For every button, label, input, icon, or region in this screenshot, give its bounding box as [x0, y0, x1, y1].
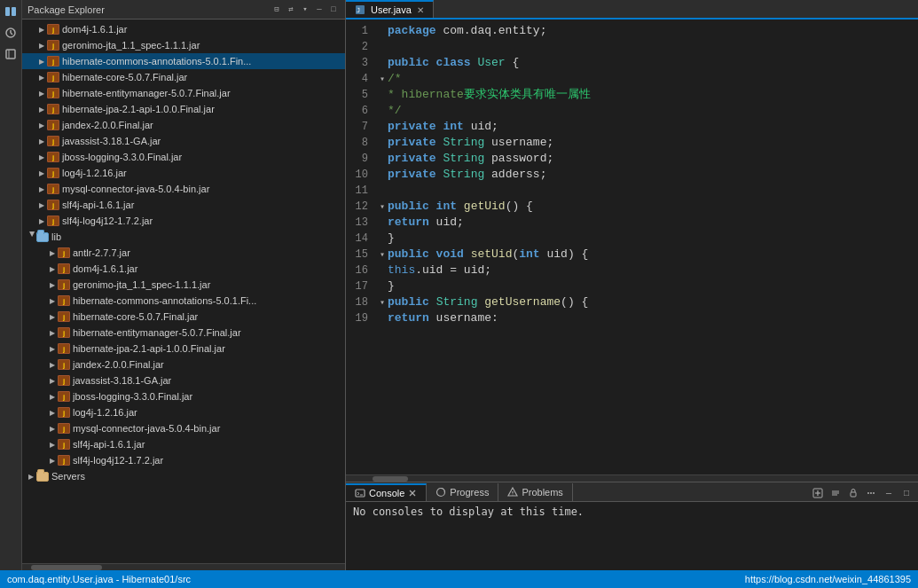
console-menu-btn[interactable] [863, 485, 879, 501]
tree-label: jboss-logging-3.3.0.Final.jar [73, 391, 192, 402]
code-line-12: 12 ▾ public int getUid() { [346, 199, 918, 215]
max-panel-btn[interactable]: □ [898, 485, 914, 501]
tree-label: Servers [51, 471, 85, 482]
code-line-19: 19 return username: [346, 310, 918, 326]
tree-item-hib-core[interactable]: ▶ hibernate-core-5.0.7.Final.jar [22, 69, 345, 85]
tab-problems[interactable]: Problems [498, 483, 572, 501]
tree-item-hib-jpa[interactable]: ▶ hibernate-jpa-2.1-api-1.0.0.Final.jar [22, 101, 345, 117]
code-line-7: 7 private int uid; [346, 119, 918, 135]
tree-item-hib-em2[interactable]: ▶ hibernate-entitymanager-5.0.7.Final.ja… [22, 325, 345, 341]
line-num-9: 9 [346, 153, 377, 165]
tree-item-antlr[interactable]: ▶ antlr-2.7.7.jar [22, 245, 345, 261]
panel-max-btn[interactable]: □ [327, 4, 340, 16]
svg-rect-0 [5, 7, 10, 16]
tree-label: javassist-3.18.1-GA.jar [73, 375, 171, 386]
tree-arrow: ▶ [36, 88, 47, 98]
tab-user-java[interactable]: J User.java ✕ [346, 0, 434, 18]
scroll-lock-btn[interactable] [845, 485, 861, 501]
tree-item-javassist2[interactable]: ▶ javassist-3.18.1-GA.jar [22, 372, 345, 388]
console-tab-close[interactable] [408, 489, 417, 498]
tree-item-log4j2[interactable]: ▶ log4j-1.2.16.jar [22, 404, 345, 420]
tree-label: log4j-1.2.16.jar [62, 168, 127, 178]
tree-arrow: ▶ [26, 231, 36, 242]
code-line-8: 8 private String username; [346, 135, 918, 151]
line-fold-15: ▾ [377, 249, 388, 260]
tree-item-lib[interactable]: ▶ lib [22, 229, 345, 245]
tree-item-javassist[interactable]: ▶ javassist-3.18.1-GA.jar [22, 133, 345, 149]
problems-tab-label: Problems [522, 487, 562, 498]
jar-icon [47, 167, 59, 179]
new-console-btn[interactable] [810, 485, 826, 501]
tree-label: jandex-2.0.0.Final.jar [62, 120, 153, 130]
console-icon [355, 488, 365, 498]
editor-area: J User.java ✕ 1 package com.daq.entity; [346, 0, 918, 570]
line-num-10: 10 [346, 169, 377, 181]
tree-item-hib-commons[interactable]: ▶ hibernate-commons-annotations-5.0.1.Fi… [22, 53, 345, 69]
tree-label: javassist-3.18.1-GA.jar [62, 136, 161, 146]
link-editor-btn[interactable]: ⇄ [285, 4, 297, 16]
tree-arrow: ▶ [36, 40, 47, 51]
panel-menu-btn[interactable]: ▾ [299, 4, 311, 16]
sidebar-icon-3[interactable] [3, 46, 19, 62]
code-line-16: 16 this.uid = uid; [346, 263, 918, 278]
collapse-all-btn[interactable]: ⊟ [271, 4, 283, 16]
bottom-tabs: Console Progress Problems [346, 482, 918, 502]
tree-arrow: ▶ [47, 407, 58, 418]
sidebar-icon-2[interactable] [3, 25, 19, 41]
tree-arrow: ▶ [36, 168, 47, 178]
line-content-5: * hibernate要求实体类具有唯一属性 [388, 87, 909, 103]
package-explorer: Package Explorer ⊟ ⇄ ▾ — □ ▶ dom4j-1.6.1… [22, 0, 346, 570]
jar-icon [58, 454, 70, 466]
tree-container[interactable]: ▶ dom4j-1.6.1.jar ▶ geronimo-jta_1.1_spe… [22, 20, 345, 563]
tree-item-slf4j-api[interactable]: ▶ slf4j-api-1.6.1.jar [22, 197, 345, 213]
tree-item-jboss2[interactable]: ▶ jboss-logging-3.3.0.Final.jar [22, 388, 345, 404]
tree-item-hib-em[interactable]: ▶ hibernate-entitymanager-5.0.7.Final.ja… [22, 85, 345, 101]
jar-icon [58, 374, 70, 387]
tab-console[interactable]: Console [346, 483, 427, 501]
line-content-7: private int uid; [388, 119, 909, 135]
tree-item-dom4j[interactable]: ▶ dom4j-1.6.1.jar [22, 21, 345, 37]
tree-label: mysql-connector-java-5.0.4-bin.jar [73, 423, 220, 434]
tree-item-geronimo2[interactable]: ▶ geronimo-jta_1.1_spec-1.1.1.jar [22, 277, 345, 293]
status-right: https://blog.csdn.net/weixin_44861395 [745, 574, 911, 584]
sidebar-icon-1[interactable] [3, 4, 19, 20]
line-content-17: } [388, 278, 909, 294]
svg-point-25 [873, 492, 875, 494]
tab-close-btn[interactable]: ✕ [417, 5, 424, 15]
tab-progress[interactable]: Progress [427, 483, 498, 501]
tree-item-slf4j-log4j2[interactable]: ▶ slf4j-log4j12-1.7.2.jar [22, 452, 345, 468]
tree-item-jandex[interactable]: ▶ jandex-2.0.0.Final.jar [22, 117, 345, 133]
jar-icon [47, 55, 59, 67]
tree-label: hibernate-commons-annotations-5.0.1.Fin.… [62, 56, 251, 67]
jar-icon [47, 183, 59, 195]
tree-item-mysql2[interactable]: ▶ mysql-connector-java-5.0.4-bin.jar [22, 420, 345, 436]
min-panel-btn[interactable]: — [881, 485, 897, 501]
tree-label: antlr-2.7.7.jar [73, 247, 130, 258]
tree-item-servers[interactable]: ▶ Servers [22, 468, 345, 484]
tree-arrow: ▶ [47, 279, 58, 290]
tree-item-dom4j2[interactable]: ▶ dom4j-1.6.1.jar [22, 261, 345, 277]
tree-item-hib-core2[interactable]: ▶ hibernate-core-5.0.7.Final.jar [22, 309, 345, 325]
code-editor[interactable]: 1 package com.daq.entity; 2 3 [346, 20, 918, 474]
clear-console-btn[interactable] [828, 485, 843, 501]
tree-item-slf4j-log4j[interactable]: ▶ slf4j-log4j12-1.7.2.jar [22, 213, 345, 229]
tree-item-hib-jpa2[interactable]: ▶ hibernate-jpa-2.1-api-1.0.0.Final.jar [22, 341, 345, 357]
tree-label: hibernate-jpa-2.1-api-1.0.0.Final.jar [62, 104, 215, 114]
line-content-1: package com.daq.entity; [388, 23, 909, 39]
line-num-6: 6 [346, 105, 377, 117]
tree-item-jboss[interactable]: ▶ jboss-logging-3.3.0.Final.jar [22, 149, 345, 165]
line-content-15: public void setUid(int uid) { [388, 247, 909, 263]
code-line-10: 10 private String adderss; [346, 167, 918, 183]
panel-min-btn[interactable]: — [313, 4, 326, 16]
tree-item-jandex2[interactable]: ▶ jandex-2.0.0.Final.jar [22, 357, 345, 372]
tree-item-geronimo[interactable]: ▶ geronimo-jta_1.1_spec-1.1.1.jar [22, 37, 345, 53]
tree-item-log4j[interactable]: ▶ log4j-1.2.16.jar [22, 165, 345, 181]
tree-label: mysql-connector-java-5.0.4-bin.jar [62, 184, 209, 194]
tree-item-hib-commons2[interactable]: ▶ hibernate-commons-annotations-5.0.1.Fi… [22, 293, 345, 309]
tree-item-mysql[interactable]: ▶ mysql-connector-java-5.0.4-bin.jar [22, 181, 345, 197]
editor-horizontal-scrollbar[interactable] [346, 474, 918, 482]
jar-icon [47, 39, 59, 51]
tree-horizontal-scrollbar[interactable] [22, 563, 345, 570]
tree-item-slf4j-api2[interactable]: ▶ slf4j-api-1.6.1.jar [22, 436, 345, 452]
tree-arrow: ▶ [47, 343, 58, 354]
